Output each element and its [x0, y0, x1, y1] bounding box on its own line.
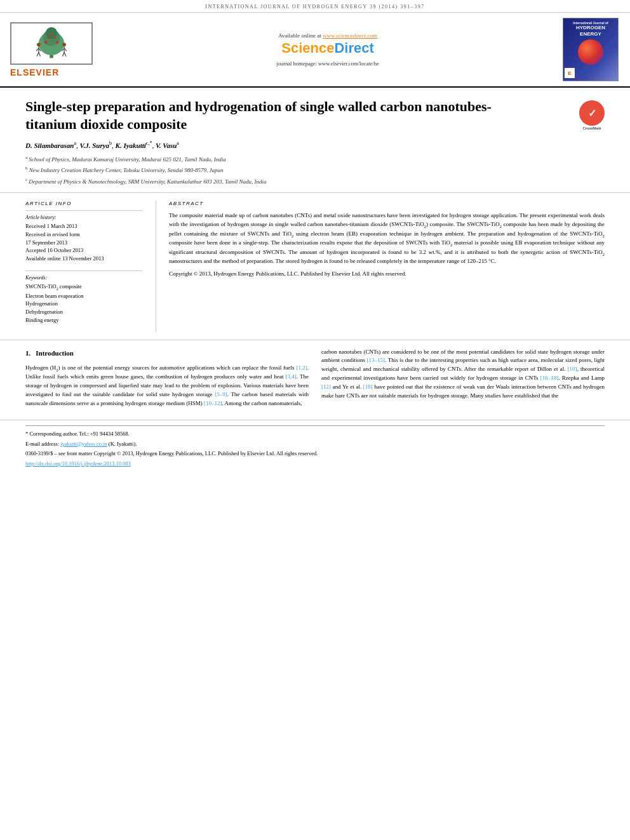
keywords-label: Keywords: [25, 275, 143, 281]
introduction-col1: 1.Introduction Hydrogen (H2) is one of t… [25, 348, 309, 412]
ref-link-10[interactable]: [10] [568, 366, 577, 372]
svg-point-7 [53, 36, 56, 39]
journal-citation: INTERNATIONAL JOURNAL OF HYDROGEN ENERGY… [205, 4, 424, 10]
crossmark-badge: ✓ CrossMark [579, 100, 605, 126]
ref-link-5-9[interactable]: [5–9] [215, 391, 227, 397]
abstract-text: The composite material made up of carbon… [169, 211, 605, 266]
svg-point-5 [56, 41, 59, 44]
journal-header-bar: INTERNATIONAL JOURNAL OF HYDROGEN ENERGY… [0, 0, 630, 13]
ref-link-10-12[interactable]: [10–12] [204, 400, 222, 406]
introduction-col2: carbon nanotubes (CNTs) are considered t… [321, 348, 605, 412]
svg-line-14 [39, 52, 41, 56]
introduction-heading: 1.Introduction [25, 348, 309, 359]
affiliations: a School of Physics, Madurai Kamaraj Uni… [25, 154, 605, 187]
elsevier-logo: ELSEVIER [10, 22, 93, 77]
body-section: 1.Introduction Hydrogen (H2) is one of t… [0, 340, 630, 420]
received-date: Received 1 March 2013 [25, 222, 143, 230]
article-info-panel: ARTICLE INFO Article history: Received 1… [25, 201, 143, 331]
svg-line-13 [37, 52, 39, 56]
available-online-text: Available online at www.sciencedirect.co… [93, 32, 563, 39]
footnotes: * Corresponding author. Tel.: +91 94434 … [0, 420, 630, 475]
keywords-block: Keywords: SWCNTs-TiO2 composite Electron… [25, 275, 143, 324]
available-online-date: Available online 13 November 2013 [25, 255, 143, 263]
abstract-heading: ABSTRACT [169, 201, 605, 206]
article-history: Article history: Received 1 March 2013 R… [25, 215, 143, 263]
journal-cover-image: International Journal of HYDROGEN ENERGY… [563, 18, 619, 81]
history-label: Article history: [25, 215, 143, 220]
section-number: 1. [25, 349, 30, 357]
accepted-date: Accepted 16 October 2013 [25, 246, 143, 255]
ref-link-16-18[interactable]: [16–18] [540, 375, 559, 381]
svg-point-8 [50, 33, 53, 36]
ref-link-1-2[interactable]: [1,2] [296, 364, 307, 371]
abstract-panel: ABSTRACT The composite material made up … [169, 201, 605, 331]
svg-line-19 [62, 52, 64, 56]
svg-line-20 [64, 52, 66, 56]
revised-date: 17 September 2013 [25, 239, 143, 247]
ref-link-18[interactable]: [18] [363, 383, 373, 390]
email-link[interactable]: iyakutti@yahoo.co.in [60, 441, 107, 447]
copyright-text: Copyright © 2013, Hydrogen Energy Public… [169, 270, 605, 279]
doi-link: http://dx.doi.org/10.1016/j.ijhydene.201… [25, 460, 605, 468]
article-info-heading: ARTICLE INFO [25, 201, 143, 206]
sciencedirect-header: Available online at www.sciencedirect.co… [93, 32, 563, 67]
ref-link-12[interactable]: [12] [321, 383, 331, 390]
email-address: E-mail address: iyakutti@yahoo.co.in (K.… [25, 440, 605, 448]
doi-anchor[interactable]: http://dx.doi.org/10.1016/j.ijhydene.201… [25, 460, 131, 467]
intro-paragraph-2: carbon nanotubes (CNTs) are considered t… [321, 348, 605, 401]
corresponding-author: * Corresponding author. Tel.: +91 94434 … [25, 430, 605, 438]
svg-point-4 [44, 41, 48, 44]
sciencedirect-logo: ScienceDirect [93, 40, 563, 57]
sciencedirect-url[interactable]: www.sciencedirect.com [323, 32, 377, 39]
section-title: Introduction [36, 349, 74, 357]
journal-homepage: journal homepage: www.elsevier.com/locat… [93, 60, 563, 67]
article-title: Single-step preparation and hydrogenatio… [25, 98, 521, 133]
intro-paragraph-1: Hydrogen (H2) is one of the potential en… [25, 364, 309, 408]
page-header: ELSEVIER Available online at www.science… [0, 13, 630, 88]
keywords-list: SWCNTs-TiO2 composite Electron beam evap… [25, 283, 143, 324]
authors-line: D. Silambarasana, V.J. Suryab, K. Iyakut… [25, 140, 605, 149]
journal-cover: International Journal of HYDROGEN ENERGY… [563, 18, 620, 81]
svg-point-6 [48, 36, 50, 39]
elsevier-text: ELSEVIER [10, 67, 93, 77]
issn-copyright: 0360-3199/$ – see front matter Copyright… [25, 450, 605, 458]
svg-point-9 [37, 43, 41, 46]
article-info-abstract: ARTICLE INFO Article history: Received 1… [0, 193, 630, 340]
elsevier-tree-icon [26, 26, 77, 61]
ref-link-3-4[interactable]: [3,4] [286, 373, 297, 380]
ref-link-13-15[interactable]: [13–15] [367, 357, 385, 363]
svg-point-15 [62, 43, 66, 46]
vertical-divider [156, 201, 156, 331]
received-revised-label: Received in revised form [25, 230, 143, 239]
cover-globe-graphic [578, 39, 603, 65]
article-header: Single-step preparation and hydrogenatio… [0, 88, 630, 193]
